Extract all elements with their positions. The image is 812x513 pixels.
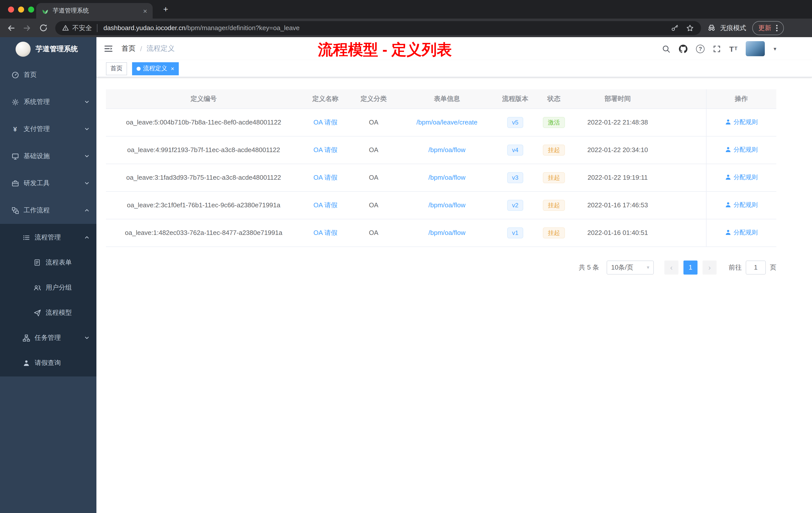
column-header: 定义编号: [106, 89, 301, 109]
sidebar-item-process-form[interactable]: 流程表单: [0, 250, 96, 275]
sidebar-item-infrastructure[interactable]: 基础设施: [0, 143, 96, 170]
chevron-down-icon: [84, 181, 89, 186]
sidebar-item-task-management[interactable]: 任务管理: [0, 325, 96, 350]
assign-rule-button[interactable]: 分配规则: [725, 201, 758, 209]
sidebar-item-label: 支付管理: [24, 124, 50, 133]
status-badge: 挂起: [543, 227, 565, 238]
back-button[interactable]: [4, 21, 18, 35]
sidebar-item-user-group[interactable]: 用户分组: [0, 275, 96, 300]
cell-definition-id: oa_leave:3:1fad3d93-7b75-11ec-a3c8-acde4…: [106, 163, 301, 191]
next-page-button[interactable]: ›: [702, 260, 717, 274]
goto-page: 前往 页: [729, 260, 776, 274]
assign-rule-button[interactable]: 分配规则: [725, 173, 758, 182]
version-badge: v1: [507, 227, 523, 238]
sidebar-item-leave-query[interactable]: 请假查询: [0, 350, 96, 375]
sidebar-item-system-management[interactable]: 系统管理: [0, 88, 96, 116]
sidebar-item-label: 任务管理: [35, 333, 61, 342]
form-info-link[interactable]: /bpm/oa/flow: [428, 146, 465, 154]
user-avatar[interactable]: [746, 41, 765, 56]
cell-definition-id: oa_leave:1:482ec033-762a-11ec-8477-a2380…: [106, 219, 301, 246]
cell-deploy-time: 2022-01-22 21:48:38: [574, 109, 662, 136]
address-bar[interactable]: 不安全 dashboard.yudao.iocoder.cn/bpm/manag…: [55, 21, 701, 35]
update-label: 更新: [758, 23, 771, 32]
table-row: oa_leave:5:004b710b-7b8a-11ec-8ef0-acde4…: [106, 109, 776, 136]
close-window-button[interactable]: [8, 6, 14, 12]
definition-name-link[interactable]: OA 请假: [313, 174, 337, 181]
page-size-value: 10条/页: [611, 263, 647, 272]
table-row: oa_leave:4:991f2193-7b7f-11ec-a3c8-acde4…: [106, 136, 776, 163]
reload-button[interactable]: [36, 21, 50, 35]
goto-label: 前往: [729, 263, 742, 272]
bookmark-star-icon[interactable]: [686, 24, 694, 32]
form-info-link[interactable]: /bpm/oa/leave/create: [416, 118, 477, 126]
hamburger-button[interactable]: [100, 41, 116, 57]
column-filler: [662, 89, 706, 109]
page-size-select[interactable]: 10条/页 ▾: [607, 260, 654, 274]
github-icon[interactable]: [679, 44, 688, 53]
cell-definition-id: oa_leave:5:004b710b-7b8a-11ec-8ef0-acde4…: [106, 109, 301, 136]
browser-tab[interactable]: 芋道管理系统 ×: [36, 3, 153, 19]
definition-name-link[interactable]: OA 请假: [313, 201, 337, 209]
assign-rule-button[interactable]: 分配规则: [725, 229, 758, 237]
version-badge: v4: [507, 144, 523, 155]
definition-name-link[interactable]: OA 请假: [313, 229, 337, 236]
tag-close-icon[interactable]: ×: [171, 65, 174, 72]
form-info-link[interactable]: /bpm/oa/flow: [428, 201, 465, 209]
font-size-icon[interactable]: TT: [729, 45, 737, 53]
column-header: 流程版本: [496, 89, 534, 109]
tags-view: 首页 流程定义 ×: [96, 60, 812, 77]
chevron-down-icon: [84, 154, 89, 159]
sidebar-item-label: 用户分组: [46, 283, 72, 292]
prev-page-button[interactable]: ‹: [664, 260, 678, 274]
assign-rule-button[interactable]: 分配规则: [725, 146, 758, 154]
sidebar-item-process-model[interactable]: 流程模型: [0, 300, 96, 325]
forward-button[interactable]: [20, 21, 34, 35]
process-list-icon: [22, 234, 30, 241]
definition-table: 定义编号 定义名称 定义分类 表单信息 流程版本 状态 部署时间 操作: [106, 89, 776, 247]
table-header-row: 定义编号 定义名称 定义分类 表单信息 流程版本 状态 部署时间 操作: [106, 89, 776, 109]
sidebar-item-dev-tools[interactable]: 研发工具: [0, 170, 96, 197]
sidebar-item-label: 系统管理: [24, 97, 50, 107]
password-key-icon[interactable]: [671, 24, 678, 32]
cell-deploy-time: 2022-01-16 17:46:53: [574, 191, 662, 219]
form-info-link[interactable]: /bpm/oa/flow: [428, 174, 465, 181]
tag-home[interactable]: 首页: [106, 62, 127, 75]
definition-name-link[interactable]: OA 请假: [313, 118, 337, 126]
tab-close-icon[interactable]: ×: [143, 7, 147, 14]
minimize-window-button[interactable]: [18, 6, 24, 12]
table-row: oa_leave:2:3c1f0ef1-76b1-11ec-9c66-a2380…: [106, 191, 776, 219]
paper-plane-icon: [33, 309, 41, 316]
tag-process-definition[interactable]: 流程定义 ×: [132, 62, 179, 75]
sidebar-item-label: 流程模型: [46, 308, 72, 317]
breadcrumb-home[interactable]: 首页: [121, 44, 136, 53]
search-icon[interactable]: [662, 44, 670, 53]
security-warning-icon[interactable]: [62, 25, 69, 31]
new-tab-button[interactable]: +: [160, 4, 172, 15]
window-controls: [8, 6, 34, 12]
cell-category: OA: [349, 191, 398, 219]
update-button[interactable]: 更新: [752, 21, 784, 35]
definition-name-link[interactable]: OA 请假: [313, 146, 337, 153]
fullscreen-icon[interactable]: [713, 45, 721, 53]
sidebar-item-home[interactable]: 首页: [0, 61, 96, 88]
zoom-window-button[interactable]: [28, 6, 34, 12]
sidebar-item-payment-management[interactable]: ¥ 支付管理: [0, 116, 96, 143]
column-header: 部署时间: [574, 89, 662, 109]
table-row: oa_leave:1:482ec033-762a-11ec-8477-a2380…: [106, 219, 776, 246]
cell-filler: [662, 191, 706, 219]
tools-icon: [11, 179, 19, 187]
page-1-button[interactable]: 1: [684, 260, 697, 274]
assign-rule-button[interactable]: 分配规则: [725, 118, 758, 126]
sidebar-item-process-management[interactable]: 流程管理: [0, 225, 96, 250]
form-info-link[interactable]: /bpm/oa/flow: [428, 229, 465, 236]
breadcrumb-current: 流程定义: [147, 44, 175, 53]
question-icon[interactable]: ?: [696, 44, 704, 53]
status-badge: 挂起: [543, 172, 565, 183]
browser-window: 芋道管理系统 × + 不安全 dashboard.yudao.iocoder.c…: [0, 0, 812, 513]
user-icon: [725, 147, 731, 153]
goto-page-input[interactable]: [746, 260, 766, 274]
sidebar-item-workflow[interactable]: 工作流程: [0, 197, 96, 224]
cell-deploy-time: 2022-01-22 20:34:10: [574, 136, 662, 163]
more-menu-icon[interactable]: [776, 24, 778, 31]
incognito-badge: 无痕模式: [707, 23, 746, 32]
